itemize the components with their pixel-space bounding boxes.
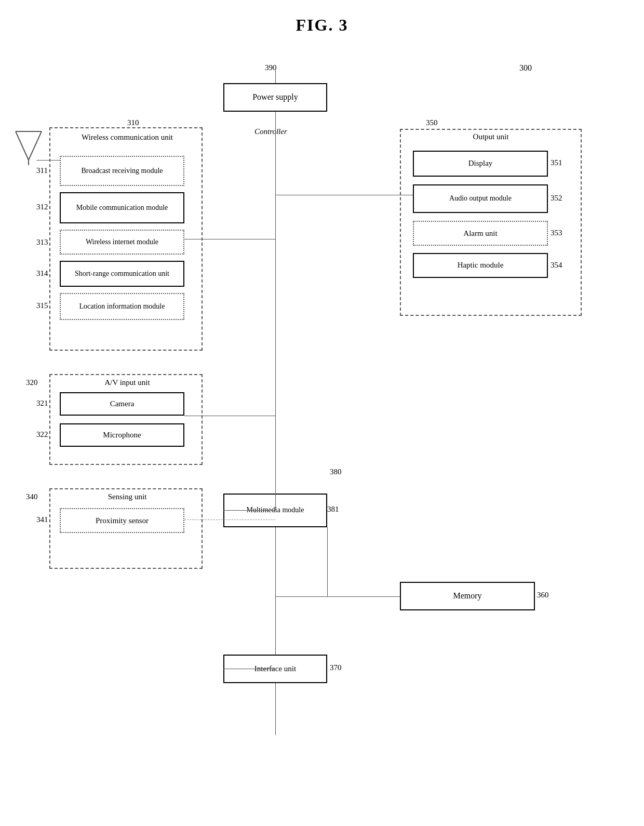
haptic-box: Haptic module (413, 253, 548, 278)
av-input-label: A/V input unit (62, 378, 192, 387)
ref-351: 351 (551, 158, 562, 167)
sensing-label: Sensing unit (62, 492, 192, 501)
ref-350: 350 (426, 118, 438, 127)
ref-380: 380 (330, 468, 342, 476)
svg-line-1 (29, 131, 42, 160)
ref-312: 312 (36, 203, 48, 211)
ref-341: 341 (36, 515, 48, 524)
ref-321: 321 (36, 399, 48, 408)
ref-352: 352 (551, 194, 562, 203)
figure-title: FIG. 3 (0, 0, 644, 35)
ref-370: 370 (330, 663, 342, 672)
ref-322: 322 (36, 430, 48, 439)
wireless-internet-box: Wireless internet module (60, 230, 184, 255)
ref-381: 381 (327, 505, 339, 514)
mobile-comm-box: Mobile communication module (60, 192, 184, 223)
broadcast-box: Broadcast receiving module (60, 156, 184, 186)
camera-box: Camera (60, 392, 184, 416)
wireless-comm-label: Wireless communication unit (62, 132, 192, 143)
audio-output-box: Audio output module (413, 184, 548, 213)
ref-310: 310 (127, 118, 139, 127)
short-range-box: Short-range communication unit (60, 261, 184, 287)
ref-353: 353 (551, 229, 562, 237)
ref-314: 314 (36, 269, 48, 278)
ref-360: 360 (537, 591, 549, 599)
alarm-box: Alarm unit (413, 221, 548, 246)
ref-354: 354 (551, 261, 562, 270)
ref-340: 340 (26, 492, 38, 501)
proximity-box: Proximity sensor (60, 508, 184, 533)
controller-label: Controller (254, 127, 287, 136)
ref-320: 320 (26, 378, 38, 387)
ref-300: 300 (519, 63, 532, 73)
output-label: Output unit (410, 132, 571, 141)
display-box: Display (413, 151, 548, 177)
location-info-box: Location information module (60, 293, 184, 320)
ref-313: 313 (36, 238, 48, 247)
ref-311: 311 (36, 166, 48, 175)
memory-box: Memory (400, 582, 535, 610)
ref-315: 315 (36, 301, 48, 310)
diagram: Power supply 390 300 310 Wireless commun… (0, 42, 644, 826)
power-supply-box: Power supply (223, 83, 327, 112)
svg-line-0 (16, 131, 29, 160)
microphone-box: Microphone (60, 423, 184, 447)
av-input-outer (49, 374, 203, 465)
